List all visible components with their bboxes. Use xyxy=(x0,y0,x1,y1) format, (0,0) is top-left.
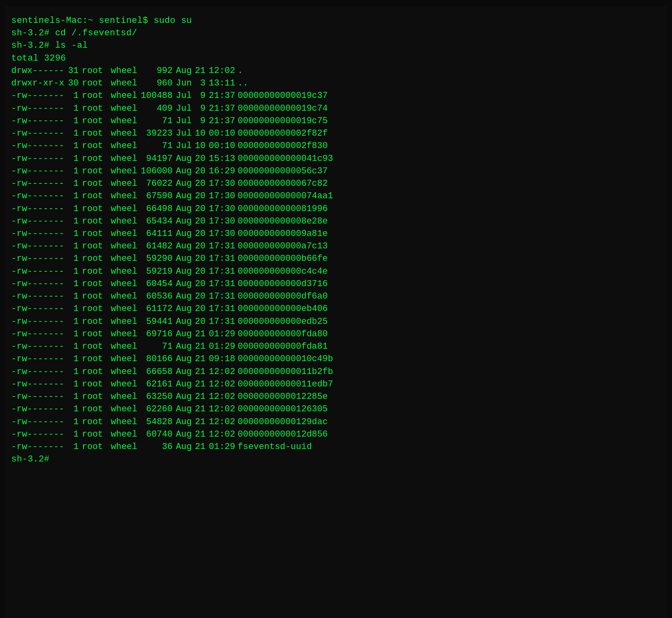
file-links: 1 xyxy=(64,252,79,265)
file-perms: -rw------- xyxy=(11,215,64,228)
file-size: 36 xyxy=(140,441,176,453)
file-links: 1 xyxy=(64,416,79,428)
file-group: wheel xyxy=(108,203,140,215)
file-group: wheel xyxy=(108,152,140,165)
file-size: 69716 xyxy=(140,328,176,340)
file-name: 000000000000c4c4e xyxy=(234,265,328,278)
file-perms: -rw------- xyxy=(11,228,64,240)
file-time: 01:29 xyxy=(206,441,234,453)
file-links: 30 xyxy=(64,77,79,89)
file-name: 00000000000011b2fb xyxy=(234,366,333,378)
file-name: 000000000000edb25 xyxy=(234,315,328,328)
file-day: 20 xyxy=(193,252,206,265)
file-time: 12:02 xyxy=(206,366,234,378)
file-group: wheel xyxy=(108,390,140,403)
file-group: wheel xyxy=(108,240,140,252)
file-owner: root xyxy=(79,265,108,278)
file-perms: -rw------- xyxy=(11,353,64,365)
terminal-line: -rw------- 1rootwheel59441Aug2017:310000… xyxy=(11,315,661,328)
file-name: 00000000000019c74 xyxy=(234,102,328,115)
file-name: 0000000000012d856 xyxy=(234,428,328,441)
terminal-line: -rw------- 1rootwheel69716Aug2101:290000… xyxy=(11,328,661,340)
file-links: 1 xyxy=(64,265,79,278)
file-owner: root xyxy=(79,140,108,152)
file-day: 10 xyxy=(193,140,206,152)
file-name: 0000000000009a81e xyxy=(234,228,328,240)
file-owner: root xyxy=(79,441,108,453)
terminal-line: -rw------- 1rootwheel66658Aug2112:020000… xyxy=(11,366,661,378)
file-group: wheel xyxy=(108,315,140,328)
file-size: 59290 xyxy=(140,252,176,265)
terminal-line: -rw------- 1rootwheel59219Aug2017:310000… xyxy=(11,265,661,278)
file-links: 1 xyxy=(64,340,79,353)
file-owner: root xyxy=(79,403,108,415)
file-size: 409 xyxy=(140,102,176,115)
file-month: Aug xyxy=(176,228,193,240)
terminal-line: -rw------- 1rootwheel60454Aug2017:310000… xyxy=(11,278,661,290)
file-time: 00:10 xyxy=(206,127,234,140)
file-name: 00000000000129dac xyxy=(234,416,328,428)
file-links: 1 xyxy=(64,390,79,403)
file-size: 71 xyxy=(140,340,176,353)
file-time: 12:02 xyxy=(206,378,234,390)
file-owner: root xyxy=(79,215,108,228)
file-month: Aug xyxy=(176,252,193,265)
terminal-line: -rw------- 1rootwheel62161Aug2112:020000… xyxy=(11,378,661,390)
file-day: 20 xyxy=(193,278,206,290)
file-name: 00000000000011edb7 xyxy=(234,378,333,390)
file-perms: -rw------- xyxy=(11,428,64,441)
file-size: 64111 xyxy=(140,228,176,240)
file-perms: -rw------- xyxy=(11,152,64,165)
file-size: 960 xyxy=(140,77,176,89)
file-day: 20 xyxy=(193,203,206,215)
file-links: 1 xyxy=(64,115,79,127)
file-group: wheel xyxy=(108,290,140,303)
terminal-line: total 3296 xyxy=(11,52,661,65)
prompt-text: sentinels-Mac:~ sentinel$ sudo su xyxy=(11,14,192,27)
file-owner: root xyxy=(79,65,108,77)
file-month: Aug xyxy=(176,328,193,340)
file-links: 1 xyxy=(64,177,79,190)
file-group: wheel xyxy=(108,403,140,415)
file-group: wheel xyxy=(108,165,140,177)
file-group: wheel xyxy=(108,89,140,102)
terminal-line: drwxr-xr-x30rootwheel960Jun 313:11.. xyxy=(11,77,661,89)
file-time: 17:30 xyxy=(206,228,234,240)
terminal-line: drwx------31rootwheel992Aug2112:02. xyxy=(11,65,661,77)
terminal-window: sentinels-Mac:~ sentinel$ sudo sush-3.2#… xyxy=(5,6,667,618)
file-size: 100488 xyxy=(140,89,176,102)
file-month: Aug xyxy=(176,177,193,190)
file-group: wheel xyxy=(108,278,140,290)
file-owner: root xyxy=(79,328,108,340)
file-name: 0000000000002f830 xyxy=(234,140,328,152)
file-month: Aug xyxy=(176,378,193,390)
file-month: Jul xyxy=(176,140,193,152)
file-month: Aug xyxy=(176,353,193,365)
file-time: 00:10 xyxy=(206,140,234,152)
file-perms: -rw------- xyxy=(11,115,64,127)
file-group: wheel xyxy=(108,102,140,115)
file-perms: -rw------- xyxy=(11,366,64,378)
file-size: 71 xyxy=(140,115,176,127)
file-group: wheel xyxy=(108,340,140,353)
file-time: 12:02 xyxy=(206,416,234,428)
file-time: 17:30 xyxy=(206,215,234,228)
file-name: .. xyxy=(234,77,248,89)
file-perms: -rw------- xyxy=(11,165,64,177)
file-links: 1 xyxy=(64,165,79,177)
file-links: 1 xyxy=(64,102,79,115)
file-links: 1 xyxy=(64,278,79,290)
file-size: 71 xyxy=(140,140,176,152)
file-owner: root xyxy=(79,353,108,365)
file-perms: -rw------- xyxy=(11,416,64,428)
file-owner: root xyxy=(79,378,108,390)
file-month: Aug xyxy=(176,428,193,441)
file-owner: root xyxy=(79,290,108,303)
file-time: 17:31 xyxy=(206,303,234,315)
file-name: 000000000000eb406 xyxy=(234,303,328,315)
file-month: Jul xyxy=(176,115,193,127)
file-owner: root xyxy=(79,127,108,140)
file-time: 17:30 xyxy=(206,190,234,202)
file-size: 80166 xyxy=(140,353,176,365)
file-perms: -rw------- xyxy=(11,89,64,102)
